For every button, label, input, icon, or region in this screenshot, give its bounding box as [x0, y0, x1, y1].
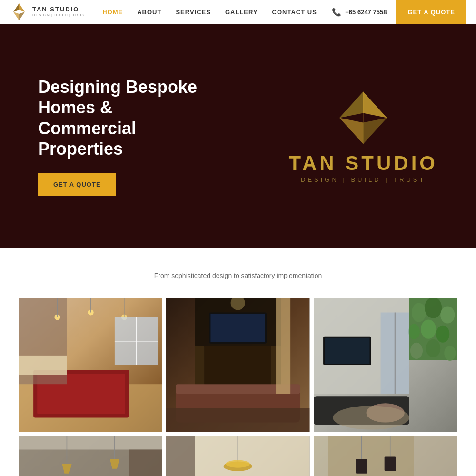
svg-point-44 — [421, 320, 436, 339]
svg-rect-90 — [384, 457, 396, 471]
nav-about[interactable]: ABOUT — [137, 9, 161, 16]
gallery-image-3 — [314, 298, 457, 432]
logo-tagline: DESIGN | BUILD | TRUST — [32, 13, 88, 18]
svg-marker-6 — [339, 118, 363, 144]
svg-marker-3 — [19, 12, 25, 20]
svg-marker-2 — [13, 12, 19, 20]
svg-point-42 — [440, 306, 455, 323]
svg-rect-29 — [211, 314, 266, 342]
gallery-image-1 — [19, 298, 162, 432]
svg-point-55 — [333, 406, 409, 429]
nav-contact[interactable]: CONTACT US — [272, 9, 317, 16]
svg-marker-0 — [19, 3, 25, 12]
svg-marker-7 — [363, 118, 387, 144]
svg-rect-27 — [205, 346, 272, 384]
svg-point-74 — [226, 460, 250, 468]
svg-rect-34 — [276, 298, 290, 394]
hero-section: Designing Bespoke Homes & Commercial Pro… — [0, 24, 476, 248]
svg-marker-1 — [13, 3, 19, 12]
svg-marker-4 — [363, 92, 387, 118]
hero-logo-symbol — [325, 89, 401, 147]
navbar: TAN STUDIO DESIGN | BUILD | TRUST HOME A… — [0, 0, 476, 24]
svg-marker-5 — [339, 92, 363, 118]
svg-rect-86 — [328, 436, 414, 476]
hero-title: Designing Bespoke Homes & Commercial Pro… — [38, 77, 200, 159]
svg-point-43 — [408, 324, 420, 339]
get-quote-nav-button[interactable]: GET A QUOTE — [396, 0, 466, 24]
gallery-item-6[interactable] — [314, 436, 457, 476]
hero-logo-overlay: TAN STUDIO DESIGN | BUILD | TRUST — [288, 89, 438, 183]
subtitle-text: From sophisticated design to satisfactor… — [10, 272, 466, 279]
gallery-item-4[interactable] — [19, 436, 162, 476]
nav-gallery[interactable]: GALLERY — [225, 9, 258, 16]
svg-rect-35 — [166, 408, 309, 432]
gallery-item-1[interactable] — [19, 298, 162, 432]
svg-rect-83 — [166, 436, 195, 476]
phone-number: +65 6247 7558 — [345, 9, 387, 16]
gallery-item-5[interactable] — [166, 436, 309, 476]
gallery-grid — [0, 289, 476, 476]
hero-brand-name: TAN STUDIO — [288, 153, 438, 173]
svg-rect-52 — [325, 338, 369, 364]
gallery-item-3[interactable] — [314, 298, 457, 432]
logo: TAN STUDIO DESIGN | BUILD | TRUST — [10, 2, 88, 21]
logo-text: TAN STUDIO DESIGN | BUILD | TRUST — [32, 6, 88, 17]
hero-content: Designing Bespoke Homes & Commercial Pro… — [0, 48, 238, 224]
svg-point-40 — [412, 303, 426, 322]
nav-services[interactable]: SERVICES — [176, 9, 211, 16]
nav-links: HOME ABOUT SERVICES GALLERY CONTACT US — [88, 9, 332, 16]
gallery-image-5 — [166, 436, 309, 476]
gallery-image-2 — [166, 298, 309, 432]
phone-icon: 📞 — [332, 8, 341, 17]
svg-rect-69 — [129, 450, 162, 476]
hero-cta-button[interactable]: GET A QUOTE — [38, 173, 116, 196]
svg-point-46 — [410, 343, 423, 359]
svg-point-48 — [444, 346, 456, 361]
section-subtitle: From sophisticated design to satisfactor… — [0, 248, 476, 289]
phone-area: 📞 +65 6247 7558 — [332, 8, 387, 17]
svg-rect-21 — [19, 356, 67, 375]
hero-brand-tagline: DESIGN | BUILD | TRUST — [288, 176, 438, 183]
logo-icon — [10, 2, 29, 21]
svg-rect-89 — [356, 459, 367, 474]
gallery-image-4 — [19, 436, 162, 476]
nav-home[interactable]: HOME — [102, 9, 123, 16]
svg-point-47 — [426, 339, 440, 357]
svg-point-45 — [436, 326, 449, 343]
gallery-item-2[interactable] — [166, 298, 309, 432]
svg-rect-58 — [19, 436, 162, 450]
gallery-image-6 — [314, 436, 457, 476]
logo-brand: TAN STUDIO — [32, 6, 88, 13]
